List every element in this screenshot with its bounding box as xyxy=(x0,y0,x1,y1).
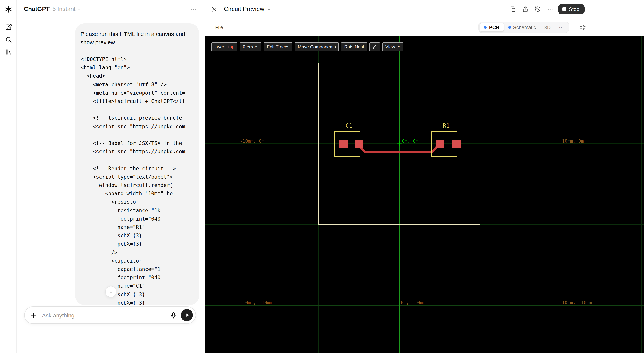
r1-pad-2[interactable] xyxy=(452,140,460,148)
search-icon[interactable] xyxy=(4,35,13,44)
layer-label: layer: xyxy=(214,44,226,50)
rats-nest-button[interactable]: Rats Nest xyxy=(341,42,367,52)
code-line: <html lang="en"> xyxy=(80,63,194,72)
voice-waveform-icon xyxy=(184,312,190,318)
pcb-toolbar: layer: top 0 errors Edit Traces Move Com… xyxy=(212,42,403,52)
code-line: schX={3} xyxy=(80,231,194,240)
voice-mode-button[interactable] xyxy=(181,309,193,321)
tab-schematic-label: Schematic xyxy=(513,25,536,30)
pcb-drawing: C1 R1 -10mm, 0m 10mm, 0m xyxy=(205,36,644,353)
code-line: footprint="040 xyxy=(80,214,194,223)
code-line: pcbX={3} xyxy=(80,240,194,248)
share-icon[interactable] xyxy=(522,6,529,13)
canvas-menubar: File PCB Schematic 3D ⋯ xyxy=(205,18,644,36)
pcb-canvas[interactable]: C1 R1 -10mm, 0m 10mm, 0m xyxy=(205,36,644,353)
code-line: capacitance="1 xyxy=(80,265,194,273)
stop-icon xyxy=(562,7,566,11)
app-title: ChatGPT xyxy=(24,6,50,13)
fullscreen-icon[interactable] xyxy=(580,24,586,31)
tab-3d-label: 3D xyxy=(544,25,550,30)
user-message-text: Please run this HTML file in a canvas an… xyxy=(80,30,194,47)
code-line: <meta charset="utf-8" /> xyxy=(80,80,194,88)
code-line: resistance="1k xyxy=(80,206,194,214)
c1-pad-1[interactable] xyxy=(339,140,348,148)
grid-label-left: -10mm, 0m xyxy=(240,139,264,144)
grid-lines xyxy=(205,36,644,353)
code-line: <head> xyxy=(80,72,194,80)
code-line: /> xyxy=(80,248,194,256)
code-line: <script src="https://unpkg.com xyxy=(80,122,194,130)
canvas-header-actions xyxy=(510,6,554,13)
layer-value: top xyxy=(228,44,234,50)
code-line: <meta name="viewport" content= xyxy=(80,89,194,97)
model-selector[interactable]: 5 Instant xyxy=(50,6,82,13)
canvas-panel: Circuit Preview Stop xyxy=(204,0,644,353)
caret-down-icon: ▼ xyxy=(397,44,400,50)
component-c1[interactable]: C1 xyxy=(335,122,364,156)
grid-label-bottom-right: 10mm, -10mm xyxy=(562,300,592,305)
close-icon[interactable] xyxy=(211,6,218,12)
tab-pcb-label: PCB xyxy=(489,25,499,30)
canvas-header: Circuit Preview Stop xyxy=(205,0,644,18)
tab-pcb[interactable]: PCB xyxy=(480,23,504,32)
code-line: <!-- tscircuit preview bundle xyxy=(80,114,194,122)
tab-schematic[interactable]: Schematic xyxy=(504,23,540,32)
canvas-title: Circuit Preview xyxy=(224,6,264,13)
tab-3d[interactable]: 3D xyxy=(540,23,555,32)
plus-icon[interactable] xyxy=(30,311,38,319)
code-line: window.tscircuit.render( xyxy=(80,181,194,189)
code-line: <resistor xyxy=(80,198,194,206)
code-line: <capacitor xyxy=(80,256,194,265)
pcb-dot-icon xyxy=(484,26,487,29)
stop-label: Stop xyxy=(569,6,579,12)
library-icon[interactable] xyxy=(4,47,13,56)
composer xyxy=(24,306,196,324)
model-name: 5 Instant xyxy=(52,6,76,13)
mic-icon[interactable] xyxy=(170,311,177,319)
view-label: View xyxy=(385,44,395,50)
code-line xyxy=(80,105,194,114)
code-block: <!DOCTYPE html><html lang="en"> <head> <… xyxy=(80,55,194,305)
scroll-to-bottom-button[interactable] xyxy=(105,286,116,297)
code-line xyxy=(80,156,194,164)
history-icon[interactable] xyxy=(534,6,541,13)
code-line: <!DOCTYPE html> xyxy=(80,55,194,63)
errors-button[interactable]: 0 errors xyxy=(240,42,262,52)
code-line: footprint="040 xyxy=(80,273,194,282)
chat-input[interactable] xyxy=(41,311,170,319)
tab-more[interactable]: ⋯ xyxy=(555,23,568,32)
chevron-down-icon[interactable] xyxy=(266,7,271,12)
tab-more-label: ⋯ xyxy=(559,25,564,30)
chat-panel: ChatGPT 5 Instant Please run this HTML f… xyxy=(17,0,204,353)
edit-traces-button[interactable]: Edit Traces xyxy=(264,42,292,52)
code-line: <!-- Babel for JSX/TSX in the xyxy=(80,139,194,147)
grid-label-origin: 0m, 0m xyxy=(402,139,418,144)
grid-labels: -10mm, 0m 10mm, 0m 0m, 0m -10mm, -10mm 0… xyxy=(240,139,592,305)
composer-area xyxy=(17,305,204,353)
pencil-icon[interactable] xyxy=(370,42,380,52)
r1-pad-1[interactable] xyxy=(436,140,444,148)
view-dropdown[interactable]: View ▼ xyxy=(382,42,403,52)
stop-button[interactable]: Stop xyxy=(558,4,585,14)
chatgpt-logo-icon[interactable] xyxy=(4,5,13,14)
more-options-icon[interactable] xyxy=(190,6,197,13)
code-line xyxy=(80,131,194,139)
schematic-dot-icon xyxy=(508,26,511,29)
move-components-button[interactable]: Move Components xyxy=(295,42,339,52)
code-line: schX={-3} xyxy=(80,290,194,298)
file-menu[interactable]: File xyxy=(215,25,223,30)
app-root: ChatGPT 5 Instant Please run this HTML f… xyxy=(0,0,644,353)
more-options-icon[interactable] xyxy=(547,6,554,13)
component-r1[interactable]: R1 xyxy=(432,122,460,156)
layer-selector[interactable]: layer: top xyxy=(212,42,238,52)
trace-c1-r1[interactable] xyxy=(358,145,439,152)
code-line: <script src="https://unpkg.com xyxy=(80,147,194,156)
user-message-bubble: Please run this HTML file in a canvas an… xyxy=(75,24,199,305)
origin-crosshair-icon xyxy=(397,141,402,146)
grid-label-bottom-left: -10mm, -10mm xyxy=(240,300,272,305)
code-line: <!-- Render the circuit --> xyxy=(80,164,194,172)
copy-icon[interactable] xyxy=(510,6,516,13)
new-chat-icon[interactable] xyxy=(4,22,13,32)
code-line: pcbX={-3} xyxy=(80,298,194,305)
c1-pad-2[interactable] xyxy=(355,140,364,148)
